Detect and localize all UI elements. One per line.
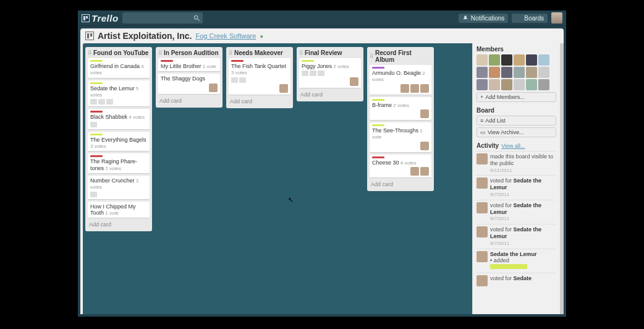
add-members-button[interactable]: + Add Members... [477, 92, 556, 102]
member-avatar[interactable] [501, 67, 512, 78]
card-member-avatar[interactable] [350, 77, 358, 86]
member-avatar[interactable] [538, 67, 549, 78]
activity-avatar[interactable] [477, 226, 488, 237]
card-member-avatar[interactable] [400, 84, 409, 93]
activity-text: voted for Sedate [490, 275, 532, 286]
member-avatar[interactable] [501, 54, 512, 66]
svg-line-1 [197, 19, 199, 20]
list-icon: ≡ [480, 118, 483, 124]
grip-icon[interactable]: ⠿ [370, 53, 373, 59]
card-member-avatar[interactable] [410, 84, 419, 93]
card[interactable]: B-frame 2 votes [370, 97, 431, 121]
card[interactable]: Armundo O. Beagle 2 votes [370, 65, 431, 95]
member-avatar[interactable] [501, 79, 512, 90]
member-avatar[interactable] [477, 67, 488, 78]
card-badge [239, 77, 246, 83]
card[interactable]: Girlfriend in Canada 4 votes [88, 58, 150, 79]
activity-feed: made this board visible to the public 9/… [477, 151, 556, 312]
grip-icon[interactable]: ⠿ [158, 50, 162, 56]
member-avatar[interactable] [489, 54, 500, 66]
card[interactable]: The See-Throughs 1 vote [370, 122, 431, 153]
activity-text: Sedate the Lemur• added [490, 251, 537, 271]
member-avatar[interactable] [489, 79, 500, 90]
card-votes: 2 votes [332, 64, 349, 69]
visibility-icon[interactable]: ● [260, 33, 263, 40]
search-input[interactable] [122, 12, 203, 24]
member-avatar[interactable] [477, 54, 488, 66]
card[interactable]: Number Cruncher 3 votes [88, 176, 150, 200]
logo[interactable]: Trello [82, 13, 119, 24]
member-avatar[interactable] [514, 79, 525, 90]
card-badge [106, 99, 113, 105]
notifications-button[interactable]: Notifications [459, 14, 508, 23]
list-title[interactable]: Record First Album [375, 49, 431, 63]
card-label [372, 67, 384, 69]
app-window: Trello Notifications Boards Artist Explo… [78, 11, 566, 317]
member-avatar[interactable] [526, 54, 537, 66]
card[interactable]: Piggy Jones 2 votes [299, 58, 361, 88]
card[interactable]: The Raging Phare-tones 2 votes [88, 153, 150, 174]
card-votes: 2 votes [392, 103, 409, 108]
card[interactable]: The Shaggy Dogs [158, 74, 220, 94]
member-avatar[interactable] [489, 67, 500, 78]
add-list-button[interactable]: ≡ Add List [477, 116, 556, 126]
card-member-avatar[interactable] [420, 84, 429, 93]
card[interactable]: Cheese 30 4 votes [370, 155, 431, 178]
card-badge [90, 122, 97, 127]
add-card-button[interactable]: Add card [229, 97, 290, 106]
card-label [302, 60, 314, 62]
activity-avatar[interactable] [477, 275, 488, 286]
add-card-button[interactable]: Add card [158, 96, 220, 105]
card-member-avatar[interactable] [410, 167, 419, 176]
card-label [231, 60, 244, 62]
grip-icon[interactable]: ⠿ [229, 50, 232, 56]
activity-avatar[interactable] [477, 202, 488, 213]
card-member-avatar[interactable] [420, 109, 429, 118]
boards-button[interactable]: Boards [512, 14, 548, 23]
list-title[interactable]: In Person Audition [164, 49, 220, 56]
member-avatar[interactable] [477, 79, 488, 90]
activity-avatar[interactable] [477, 153, 488, 164]
board-org-link[interactable]: Fog Creek Software [195, 32, 256, 40]
member-avatar[interactable] [538, 79, 549, 90]
card-member-avatar[interactable] [420, 167, 429, 176]
add-card-button[interactable]: Add card [299, 90, 361, 99]
activity-item: voted for Sedate [477, 273, 556, 288]
card-badge [318, 70, 324, 76]
list-title[interactable]: Needs Makeover [234, 49, 290, 56]
card-label [372, 99, 384, 101]
card-votes: 2 votes [104, 166, 121, 171]
activity-avatar[interactable] [477, 177, 488, 189]
card[interactable]: How I Chipped My Tooth 1 vote [88, 202, 150, 219]
list-title[interactable]: Final Review [305, 49, 361, 56]
add-card-button[interactable]: Add card [370, 180, 431, 189]
member-avatar[interactable] [514, 67, 525, 78]
list-title[interactable]: Found on YouTube [93, 49, 150, 56]
card[interactable]: Sedate the Lemur 5 votes [88, 80, 150, 108]
scrollbar[interactable] [560, 43, 564, 314]
view-archive-button[interactable]: ▭ View Archive... [477, 127, 556, 137]
activity-avatar[interactable] [477, 251, 488, 262]
card-member-avatar[interactable] [279, 84, 288, 93]
activity-item: voted for Sedate the Lemur9/7/2011 [477, 200, 556, 224]
member-avatar[interactable] [526, 67, 537, 78]
view-all-link[interactable]: View all... [501, 143, 525, 149]
grip-icon[interactable]: ⠿ [88, 50, 91, 56]
member-avatar[interactable] [526, 79, 537, 90]
card[interactable]: The Everything Bagels 3 votes [88, 132, 150, 152]
card[interactable]: The Fish Tank Quartet 3 votes [229, 58, 290, 95]
activity-text: voted for Sedate the Lemur9/7/2011 [490, 202, 556, 222]
user-avatar[interactable] [551, 12, 562, 24]
card-votes: 5 votes [90, 86, 138, 98]
member-avatar[interactable] [538, 54, 549, 66]
board-icon [85, 32, 94, 40]
card-member-avatar[interactable] [420, 142, 429, 150]
grip-icon[interactable]: ⠿ [299, 50, 303, 56]
card[interactable]: Black Shabbek 4 votes [88, 109, 150, 129]
card-label [372, 124, 384, 126]
member-avatar[interactable] [514, 54, 525, 66]
card[interactable]: My Little Brother 1 vote [158, 58, 220, 72]
list: ⠿Needs MakeoverThe Fish Tank Quartet 3 v… [226, 47, 293, 108]
add-card-button[interactable]: Add card [88, 220, 150, 229]
card-member-avatar[interactable] [209, 83, 218, 92]
